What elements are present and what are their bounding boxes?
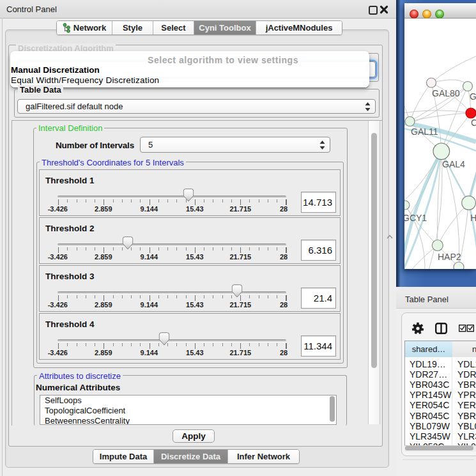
svg-text:H: H <box>470 213 476 223</box>
svg-text:GAL4: GAL4 <box>442 159 465 169</box>
svg-text:GCY1: GCY1 <box>404 213 427 223</box>
svg-text:GAL11: GAL11 <box>411 127 438 137</box>
svg-text:GA: GA <box>470 91 476 102</box>
svg-text:GAL80: GAL80 <box>432 88 460 98</box>
svg-text:C: C <box>471 118 476 128</box>
svg-text:HAP2: HAP2 <box>438 252 461 262</box>
